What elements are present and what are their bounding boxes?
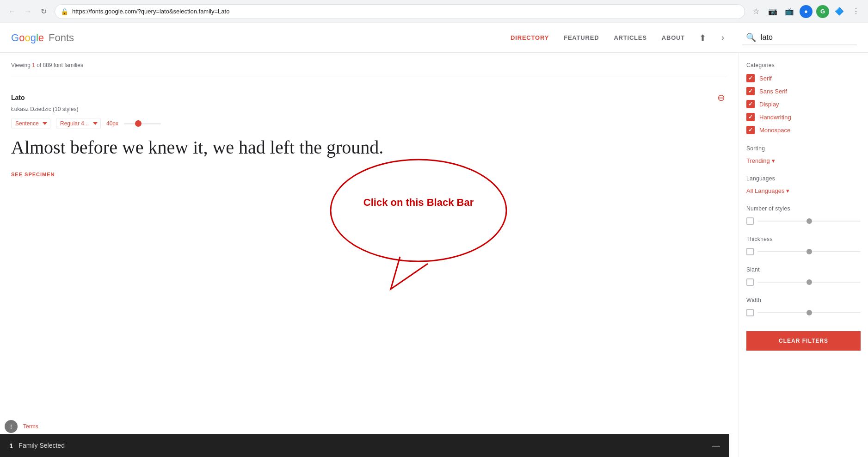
thickness-title: Thickness	[746, 236, 861, 242]
number-of-styles-slider[interactable]	[757, 221, 861, 222]
feedback-button[interactable]: !	[5, 420, 18, 433]
minimize-button[interactable]: —	[712, 441, 720, 451]
search-icon: 🔍	[746, 32, 756, 43]
browser-actions: ☆ 📷 📺 ● G 🔷 ⋮	[750, 5, 862, 18]
font-preview: Almost before we knew it, we had left th…	[11, 136, 727, 159]
categories-title: Categories	[746, 62, 861, 68]
nav-articles[interactable]: ARTICLES	[608, 31, 652, 45]
font-controls: Sentence Regular 4... 40px	[11, 118, 727, 129]
cast-button[interactable]: 📺	[783, 5, 796, 18]
chevron-down-icon: ▾	[772, 157, 775, 164]
see-specimen-link[interactable]: SEE SPECIMEN	[11, 172, 55, 177]
handwriting-label: Handwriting	[759, 114, 791, 121]
screenshot-button[interactable]: 📷	[766, 5, 779, 18]
language-dropdown[interactable]: All Languages ▾	[746, 187, 861, 194]
back-button[interactable]: ←	[6, 5, 18, 18]
nav-featured[interactable]: FEATURED	[558, 31, 604, 45]
number-of-styles-checkbox[interactable]	[746, 217, 754, 225]
sans-serif-label: Sans Serif	[759, 88, 787, 95]
category-serif[interactable]: Serif	[746, 74, 861, 82]
number-of-styles-row	[746, 217, 861, 225]
logo[interactable]: Google Fonts	[11, 32, 74, 44]
thickness-checkbox[interactable]	[746, 248, 754, 255]
slant-row	[746, 278, 861, 286]
language-chevron-icon: ▾	[786, 187, 789, 194]
serif-label: Serif	[759, 75, 772, 82]
reload-button[interactable]: ↻	[37, 5, 50, 18]
sorting-section: Sorting Trending ▾	[746, 145, 861, 164]
bookmark-button[interactable]: ☆	[750, 5, 763, 18]
font-author: Łukasz Dziedzic (10 styles)	[11, 106, 727, 112]
nav-about[interactable]: ABOUT	[656, 31, 690, 45]
forward-button[interactable]: →	[21, 5, 34, 18]
font-name: Lato	[11, 94, 25, 101]
width-slider[interactable]	[757, 312, 861, 313]
nav-buttons: ← → ↻	[6, 5, 50, 18]
logo-fonts: Fonts	[49, 32, 74, 44]
serif-checkbox[interactable]	[746, 74, 755, 82]
style-select[interactable]: Regular 4...	[56, 118, 101, 129]
bottom-bar[interactable]: 1 Family Selected —	[0, 434, 729, 457]
font-card-header: Lato ⊖	[11, 91, 727, 104]
more-nav-button[interactable]: ›	[714, 30, 731, 46]
handwriting-checkbox[interactable]	[746, 113, 755, 121]
size-display: 40px	[106, 120, 118, 127]
family-selected-text: Family Selected	[18, 442, 65, 449]
sidebar: Categories Serif Sans Serif Display Hand…	[739, 53, 868, 457]
monospace-label: Monospace	[759, 127, 790, 134]
sans-serif-checkbox[interactable]	[746, 87, 755, 95]
width-checkbox[interactable]	[746, 309, 754, 316]
viewing-text: Viewing 1 of 889 font families	[11, 62, 727, 68]
slant-checkbox[interactable]	[746, 278, 754, 286]
size-slider[interactable]	[124, 123, 161, 124]
display-label: Display	[759, 101, 779, 108]
number-of-styles-section: Number of styles	[746, 205, 861, 225]
family-count: 1	[9, 442, 13, 450]
category-display[interactable]: Display	[746, 100, 861, 108]
number-of-styles-title: Number of styles	[746, 205, 861, 212]
display-checkbox[interactable]	[746, 100, 755, 108]
font-list: Viewing 1 of 889 font families Lato ⊖ Łu…	[0, 53, 739, 457]
slant-title: Slant	[746, 266, 861, 273]
slant-slider[interactable]	[757, 282, 861, 283]
profile-avatar-dark[interactable]: ●	[800, 5, 813, 18]
search-area: 🔍	[742, 31, 857, 45]
profile-avatar-green[interactable]: G	[816, 5, 829, 18]
sorting-row: Trending ▾	[746, 157, 861, 164]
terms-link[interactable]: Terms	[23, 423, 38, 430]
upload-icon[interactable]: ⬆	[694, 30, 711, 46]
divider	[11, 76, 727, 76]
address-bar[interactable]: 🔒 https://fonts.google.com/?query=lato&s…	[55, 4, 745, 19]
top-nav: Google Fonts DIRECTORY FEATURED ARTICLES…	[0, 23, 868, 53]
category-monospace[interactable]: Monospace	[746, 126, 861, 134]
languages-section: Languages All Languages ▾	[746, 175, 861, 194]
width-title: Width	[746, 297, 861, 303]
languages-title: Languages	[746, 175, 861, 182]
search-input[interactable]	[761, 33, 853, 42]
content-area: Viewing 1 of 889 font families Lato ⊖ Łu…	[0, 53, 868, 457]
category-sans-serif[interactable]: Sans Serif	[746, 87, 861, 95]
slant-section: Slant	[746, 266, 861, 286]
category-handwriting[interactable]: Handwriting	[746, 113, 861, 121]
thickness-row	[746, 248, 861, 255]
logo-google: Google	[11, 32, 44, 44]
nav-directory[interactable]: DIRECTORY	[505, 31, 554, 45]
lock-icon: 🔒	[61, 8, 68, 15]
url-text: https://fonts.google.com/?query=lato&sel…	[72, 8, 739, 15]
categories-section: Categories Serif Sans Serif Display Hand…	[746, 62, 861, 134]
app-container: Google Fonts DIRECTORY FEATURED ARTICLES…	[0, 23, 868, 457]
sorting-dropdown[interactable]: Trending ▾	[746, 157, 775, 164]
thickness-section: Thickness	[746, 236, 861, 255]
remove-font-button[interactable]: ⊖	[714, 91, 727, 104]
nav-links: DIRECTORY FEATURED ARTICLES ABOUT ⬆ ›	[505, 30, 731, 46]
sorting-value: Trending	[746, 157, 770, 164]
sentence-select[interactable]: Sentence	[11, 118, 50, 129]
width-section: Width	[746, 297, 861, 316]
menu-button[interactable]: ⋮	[850, 5, 862, 18]
footer: ! Terms	[5, 420, 46, 433]
extensions-button[interactable]: 🔷	[833, 5, 846, 18]
monospace-checkbox[interactable]	[746, 126, 755, 134]
browser-chrome: ← → ↻ 🔒 https://fonts.google.com/?query=…	[0, 0, 868, 23]
thickness-slider[interactable]	[757, 251, 861, 252]
clear-filters-button[interactable]: CLEAR FILTERS	[746, 331, 861, 351]
